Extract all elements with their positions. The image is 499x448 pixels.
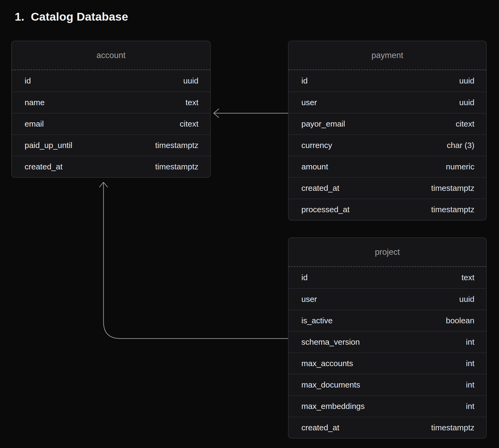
table-row-project-created_at: created_attimestamptz	[289, 417, 486, 438]
field-name: payor_email	[301, 119, 345, 128]
table-header-account[interactable]: account	[12, 41, 210, 70]
field-type: citext	[456, 119, 474, 128]
table-row-payment-id: iduuid	[289, 70, 486, 92]
field-name: id	[25, 76, 31, 85]
table-title: account	[97, 51, 126, 60]
field-type: timestamptz	[431, 184, 474, 193]
field-type: int	[466, 337, 474, 347]
field-type: boolean	[446, 316, 474, 325]
field-type: uuid	[183, 76, 198, 85]
arrowhead-left-icon	[214, 109, 219, 117]
table-row-payment-processed_at: processed_attimestamptz	[289, 199, 486, 220]
field-name: user	[301, 295, 317, 304]
field-type: timestamptz	[155, 162, 198, 171]
table-row-payment-currency: currencychar (3)	[289, 134, 486, 156]
arrowhead-up-icon	[99, 182, 108, 187]
field-type: citext	[180, 119, 198, 128]
table-project[interactable]: projectidtextuseruuidis_activebooleansch…	[288, 237, 487, 439]
table-row-project-id: idtext	[289, 267, 486, 288]
field-type: uuid	[459, 76, 474, 85]
table-row-account-email: emailcitext	[12, 113, 210, 134]
field-name: id	[301, 76, 308, 85]
field-type: timestamptz	[431, 423, 474, 432]
connector-line	[103, 183, 288, 339]
table-header-project[interactable]: project	[289, 238, 486, 267]
table-row-payment-payor_email: payor_emailcitext	[289, 113, 486, 134]
relationship-payment-user-to-account-arrow	[214, 109, 288, 117]
field-name: id	[301, 273, 308, 282]
page-title-number: 1.	[15, 10, 24, 23]
field-name: created_at	[25, 162, 63, 171]
field-type: numeric	[446, 162, 474, 171]
diagram-canvas: 1. Catalog Database accountiduuidnametex…	[0, 0, 499, 448]
table-row-payment-amount: amountnumeric	[289, 156, 486, 177]
field-name: email	[25, 119, 44, 128]
page-title-text: Catalog Database	[31, 10, 128, 23]
field-name: created_at	[301, 423, 339, 432]
table-account[interactable]: accountiduuidnametextemailcitextpaid_up_…	[11, 41, 211, 178]
field-name: user	[301, 98, 317, 107]
relationship-project-to-account-arrow	[99, 182, 288, 339]
field-name: created_at	[301, 184, 339, 193]
table-row-project-max_documents: max_documentsint	[289, 374, 486, 395]
field-type: int	[466, 380, 474, 389]
field-type: int	[466, 359, 474, 368]
page-title: 1. Catalog Database	[15, 10, 128, 23]
table-header-payment[interactable]: payment	[289, 41, 486, 70]
table-row-project-is_active: is_activeboolean	[289, 310, 486, 331]
field-name: processed_at	[301, 205, 350, 214]
field-type: text	[462, 273, 474, 282]
field-name: amount	[301, 162, 328, 171]
field-type: char (3)	[447, 141, 474, 150]
table-row-payment-created_at: created_attimestamptz	[289, 177, 486, 199]
field-name: max_embeddings	[301, 402, 365, 411]
field-name: max_accounts	[301, 359, 353, 368]
table-row-account-created_at: created_attimestamptz	[12, 156, 210, 177]
field-name: currency	[301, 141, 332, 150]
field-type: uuid	[459, 295, 474, 304]
table-payment[interactable]: paymentiduuiduseruuidpayor_emailcitextcu…	[288, 41, 487, 221]
field-type: text	[186, 98, 198, 107]
field-name: paid_up_until	[25, 141, 72, 150]
field-name: name	[25, 98, 45, 107]
table-title: project	[375, 247, 400, 257]
field-type: int	[466, 402, 474, 411]
table-row-account-name: nametext	[12, 92, 210, 113]
table-row-account-paid_up_until: paid_up_untiltimestamptz	[12, 134, 210, 156]
field-type: timestamptz	[155, 141, 198, 150]
field-name: max_documents	[301, 380, 360, 389]
table-row-project-schema_version: schema_versionint	[289, 331, 486, 352]
table-row-project-user: useruuid	[289, 288, 486, 310]
table-row-project-max_embeddings: max_embeddingsint	[289, 395, 486, 417]
table-row-project-max_accounts: max_accountsint	[289, 352, 486, 374]
table-title: payment	[371, 51, 403, 60]
field-type: timestamptz	[431, 205, 474, 214]
field-name: schema_version	[301, 337, 360, 347]
table-row-account-id: iduuid	[12, 70, 210, 92]
field-name: is_active	[301, 316, 333, 325]
field-type: uuid	[459, 98, 474, 107]
table-row-payment-user: useruuid	[289, 92, 486, 113]
